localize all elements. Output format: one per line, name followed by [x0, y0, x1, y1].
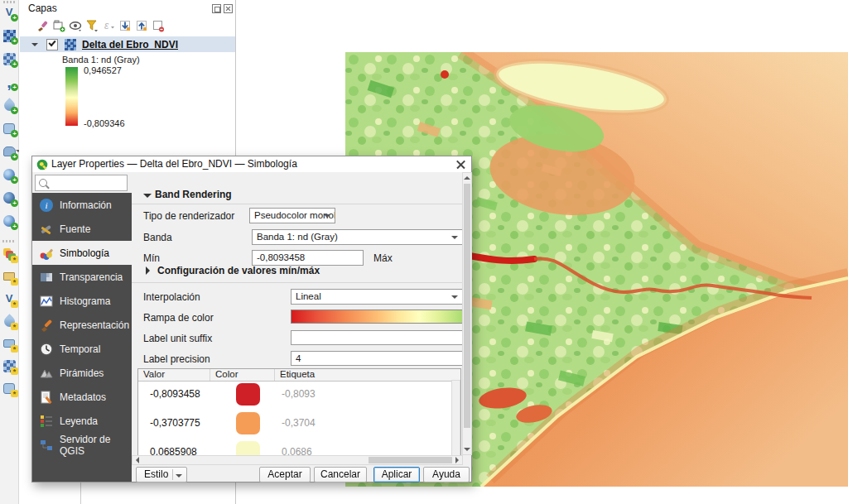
sidebar-item-piramides[interactable]: Pirámides [32, 361, 132, 385]
pyramids-icon [39, 366, 54, 381]
add-group-icon[interactable] [52, 19, 65, 32]
band-label: Banda [143, 232, 172, 243]
transparency-icon [39, 270, 54, 285]
renderer-select[interactable]: Pseudocolor monobanda [249, 208, 335, 223]
column-header-color[interactable]: Color [210, 369, 238, 379]
new-shapefile-layer-icon[interactable]: * [2, 269, 17, 284]
remove-layer-icon[interactable] [152, 19, 165, 32]
interpolation-select[interactable]: Lineal [291, 289, 463, 305]
temporal-icon [39, 342, 54, 357]
expand-minmax-icon[interactable] [146, 266, 150, 275]
unit-suffix-input[interactable] [291, 330, 463, 345]
open-layer-styling-icon[interactable] [36, 19, 49, 32]
add-wcs-layer-icon[interactable]: + [2, 190, 17, 205]
search-input[interactable] [35, 175, 128, 191]
add-mesh-layer-icon[interactable]: + [2, 51, 17, 66]
float-panel-icon[interactable] [212, 4, 221, 13]
row-value[interactable]: 0,0685908 [150, 446, 197, 455]
sidebar-item-servidor-qgis[interactable]: Servidor de QGIS [32, 433, 132, 457]
apply-button[interactable]: Aplicar [373, 467, 420, 482]
new-vector-layer-icon[interactable]: V* [2, 291, 17, 306]
sidebar-item-temporal[interactable]: Temporal [32, 337, 132, 361]
row-label[interactable]: -0,8093 [282, 388, 316, 400]
manage-map-themes-icon[interactable] [69, 19, 82, 32]
svg-text:ε: ε [104, 20, 109, 31]
scroll-right-icon[interactable] [452, 456, 462, 464]
add-postgis-layer-icon[interactable]: + [2, 144, 17, 159]
color-ramp-widget[interactable] [291, 310, 463, 324]
panel-divider[interactable] [80, 482, 81, 504]
color-swatch[interactable] [236, 412, 260, 434]
sidebar-item-leyenda[interactable]: Leyenda [32, 409, 132, 433]
new-gpx-layer-icon[interactable]: * [2, 314, 17, 329]
dialog-titlebar[interactable]: Layer Properties — Delta del Ebro_NDVI —… [32, 156, 471, 173]
band-rendering-title[interactable]: Band Rendering [155, 189, 232, 200]
qgis-logo-icon [36, 159, 48, 170]
add-spatialite-layer-icon[interactable]: + [2, 98, 17, 113]
table-vscrollbar[interactable] [451, 380, 460, 455]
new-temporary-scratch-layer-icon[interactable]: * [2, 336, 17, 351]
sidebar-item-transparencia[interactable]: Transparencia [32, 265, 132, 289]
table-row: -0,8093458 -0,8093 [138, 380, 460, 409]
add-oracle-layer-icon[interactable]: + [2, 121, 17, 136]
raster-layer-icon [65, 39, 76, 50]
add-vector-layer-icon[interactable]: V+ [2, 5, 17, 20]
symbology-content: Band Rendering Tipo de renderizador Pseu… [132, 172, 463, 455]
page-vscrollbar[interactable] [462, 172, 472, 455]
collapse-band-rendering-icon[interactable] [143, 194, 152, 198]
help-button[interactable]: Ayuda [423, 467, 470, 482]
search-icon [39, 179, 47, 187]
new-geopackage-layer-icon[interactable]: * [2, 247, 17, 262]
color-map-table: Valor Color Etiqueta -0,8093458 -0,8093 … [137, 368, 461, 455]
sidebar-item-simbologia[interactable]: Simbología [32, 241, 132, 265]
row-label[interactable]: 0,0686 [282, 446, 312, 455]
color-swatch[interactable] [236, 383, 260, 406]
color-swatch[interactable] [236, 441, 260, 455]
column-header-valor[interactable]: Valor [138, 369, 165, 379]
scroll-left-icon[interactable] [132, 456, 142, 464]
sidebar-item-metadatos[interactable]: Metadatos [32, 385, 132, 409]
minmax-section-title[interactable]: Configuración de valores mín/máx [157, 265, 320, 276]
layer-expand-caret-icon[interactable] [31, 43, 38, 50]
sidebar-item-histograma[interactable]: Histograma [32, 289, 132, 313]
add-wfs-layer-icon[interactable]: + [2, 214, 17, 228]
collapse-all-icon[interactable] [135, 19, 148, 32]
layer-row[interactable]: Delta del Ebro_NDVI [20, 36, 235, 52]
add-raster-layer-icon[interactable]: + [2, 28, 17, 43]
cancel-button[interactable]: Cancelar [314, 467, 367, 482]
precision-input[interactable]: 4 [291, 351, 463, 366]
sidebar-item-representacion[interactable]: Representación [32, 313, 132, 337]
filter-legend-icon[interactable] [85, 19, 99, 32]
chevron-down-icon [176, 474, 182, 478]
add-wms-layer-icon[interactable]: + [2, 167, 17, 182]
min-input[interactable]: -0,8093458 [252, 250, 364, 266]
new-virtual-layer-icon[interactable]: * [2, 381, 17, 396]
page-hscrollbar[interactable] [132, 455, 463, 465]
row-value[interactable]: -0,8093458 [150, 388, 200, 400]
layer-name[interactable]: Delta del Ebro_NDVI [82, 39, 178, 50]
layer-visibility-checkbox[interactable] [46, 39, 58, 50]
new-mesh-layer-icon[interactable]: * [2, 358, 17, 373]
scroll-down-icon[interactable] [463, 444, 471, 454]
ok-button[interactable]: Aceptar [259, 467, 311, 482]
row-value[interactable]: -0,3703775 [150, 417, 200, 429]
sidebar-item-informacion[interactable]: i Información [32, 193, 132, 217]
vscroll-thumb[interactable] [464, 184, 470, 428]
close-panel-icon[interactable] [224, 4, 233, 13]
hscroll-thumb[interactable] [369, 457, 453, 463]
band-select[interactable]: Banda 1: nd (Gray) [252, 229, 463, 245]
add-delimited-text-layer-icon[interactable]: ,+ [2, 74, 17, 89]
close-icon[interactable] [455, 159, 466, 170]
scroll-up-icon[interactable] [463, 173, 471, 183]
dialog-title: Layer Properties — Delta del Ebro_NDVI —… [51, 158, 297, 170]
expand-all-icon[interactable] [118, 19, 132, 32]
column-header-etiqueta[interactable]: Etiqueta [275, 369, 315, 379]
precision-label: Label precision [143, 353, 210, 365]
sidebar-item-fuente[interactable]: Fuente [32, 217, 132, 241]
filter-by-expression-icon[interactable]: ε [102, 19, 115, 32]
row-label[interactable]: -0,3704 [282, 417, 316, 429]
style-button[interactable]: Estilo [136, 467, 187, 482]
dialog-sidebar: i Información Fuente Simbología Transpar… [32, 172, 132, 482]
toolbar-grip[interactable] [3, 1, 15, 3]
histogram-icon [39, 294, 54, 309]
